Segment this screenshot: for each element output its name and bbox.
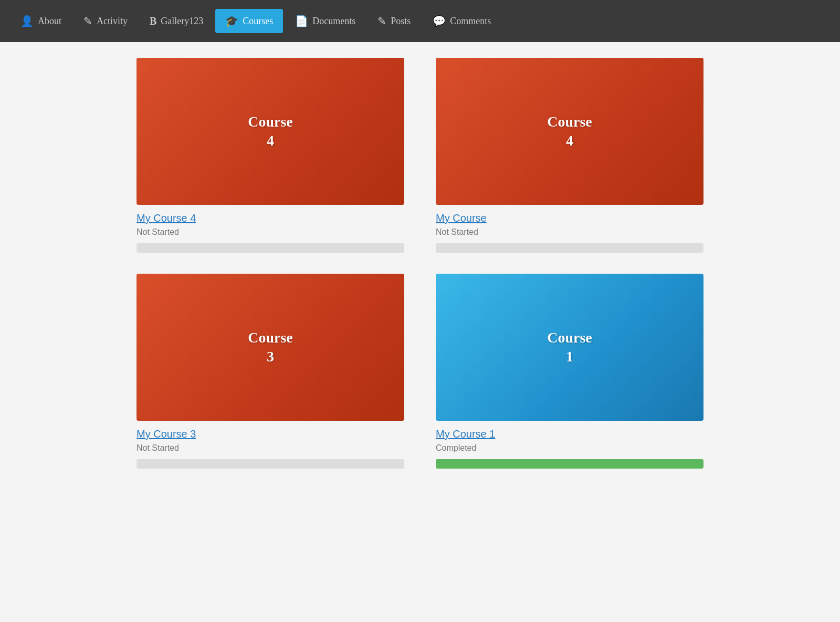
course-progress-bg-course1	[436, 459, 704, 469]
course-thumbnail-text-course4a: Course4	[248, 112, 293, 151]
course-thumbnail-course4a[interactable]: Course4	[136, 58, 404, 205]
nav-label-documents: Documents	[312, 16, 355, 27]
course-card-course4b: Course4My CourseNot Started	[436, 58, 704, 253]
course-status-course1: Completed	[436, 443, 704, 453]
course-progress-bg-course3	[136, 459, 404, 469]
course-title-link-course4b[interactable]: My Course	[436, 212, 704, 224]
nav-item-comments[interactable]: 💬Comments	[423, 9, 501, 33]
nav-item-about[interactable]: 👤About	[10, 9, 71, 33]
course-thumbnail-text-course1: Course1	[547, 328, 592, 367]
course-status-course3: Not Started	[136, 443, 404, 453]
course-thumbnail-text-course3: Course3	[248, 328, 293, 367]
nav-label-posts: Posts	[391, 16, 411, 27]
nav-label-gallery123: Gallery123	[161, 16, 203, 27]
course-thumbnail-course3[interactable]: Course3	[136, 274, 404, 421]
about-icon: 👤	[20, 15, 34, 27]
nav-item-documents[interactable]: 📄Documents	[285, 9, 365, 33]
gallery123-icon: B	[150, 15, 156, 27]
course-grid: Course4My Course 4Not StartedCourse4My C…	[136, 58, 704, 469]
course-card-course3: Course3My Course 3Not Started	[136, 274, 404, 469]
nav-label-courses: Courses	[243, 16, 273, 27]
main-content: Course4My Course 4Not StartedCourse4My C…	[126, 42, 714, 490]
nav-item-gallery123[interactable]: BGallery123	[140, 9, 213, 33]
course-progress-bg-course4a	[136, 243, 404, 253]
nav-label-about: About	[38, 16, 61, 27]
course-thumbnail-course1[interactable]: Course1	[436, 274, 704, 421]
activity-icon: ✎	[83, 15, 92, 27]
documents-icon: 📄	[295, 15, 308, 27]
course-thumbnail-text-course4b: Course4	[547, 112, 592, 151]
course-thumbnail-course4b[interactable]: Course4	[436, 58, 704, 205]
course-title-link-course3[interactable]: My Course 3	[136, 428, 404, 440]
nav-item-posts[interactable]: ✎Posts	[368, 9, 421, 33]
nav-label-comments: Comments	[450, 16, 491, 27]
course-card-course1: Course1My Course 1Completed	[436, 274, 704, 469]
course-title-link-course1[interactable]: My Course 1	[436, 428, 704, 440]
nav-item-courses[interactable]: 🎓Courses	[215, 9, 283, 33]
posts-icon: ✎	[377, 15, 386, 27]
nav-label-activity: Activity	[97, 16, 128, 27]
comments-icon: 💬	[433, 15, 446, 27]
course-status-course4a: Not Started	[136, 227, 404, 237]
courses-icon: 🎓	[225, 15, 238, 27]
course-title-link-course4a[interactable]: My Course 4	[136, 212, 404, 224]
course-progress-bg-course4b	[436, 243, 704, 253]
course-status-course4b: Not Started	[436, 227, 704, 237]
nav-item-activity[interactable]: ✎Activity	[74, 9, 138, 33]
navbar: 👤About✎ActivityBGallery123🎓Courses📄Docum…	[0, 0, 840, 42]
course-progress-fill-course1	[436, 459, 704, 469]
course-card-course4a: Course4My Course 4Not Started	[136, 58, 404, 253]
